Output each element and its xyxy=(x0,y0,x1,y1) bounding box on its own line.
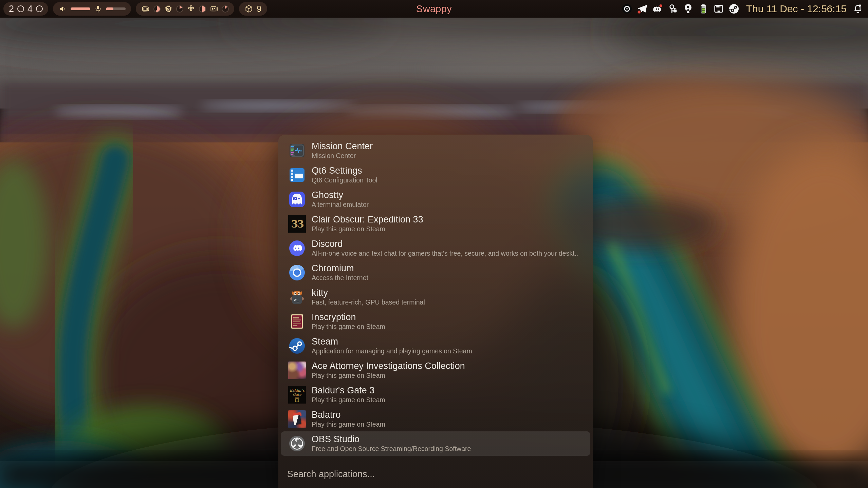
launcher-item-qt6-settings[interactable]: Qt6 Settings Qt6 Configuration Tool xyxy=(281,163,590,187)
discord-icon xyxy=(288,239,306,257)
cpu-usage-pie xyxy=(176,5,183,13)
app-launcher: Mission Center Mission Center Qt6 Settin… xyxy=(278,135,593,488)
gpu-icon xyxy=(187,4,196,13)
clock[interactable]: Thu 11 Dec - 12:56:15 xyxy=(746,3,847,15)
app-name: Chromium xyxy=(312,263,368,274)
discord-tray-icon[interactable] xyxy=(652,3,663,15)
vram-usage-pie xyxy=(222,5,229,13)
top-bar-right-cluster: Thu 11 Dec - 12:56:15 xyxy=(621,0,863,18)
clair-obscur-icon: 33 xyxy=(288,215,306,233)
qt6-settings-icon xyxy=(288,166,306,184)
launcher-item-ghostty[interactable]: Ghostty A terminal emulator xyxy=(281,187,590,212)
app-name: Mission Center xyxy=(312,141,373,152)
app-description: Play this game on Steam xyxy=(312,225,423,233)
keepassxc-tray-icon[interactable] xyxy=(667,3,679,15)
app-name: Balatro xyxy=(312,410,385,420)
launcher-item-kitty[interactable]: >_ kitty Fast, feature-rich, GPU based t… xyxy=(281,285,590,309)
launcher-spacer xyxy=(278,456,593,469)
app-description: Qt6 Configuration Tool xyxy=(312,176,377,184)
mission-center-icon xyxy=(288,142,306,159)
speaker-icon[interactable] xyxy=(58,4,67,13)
app-name: Clair Obscur: Expedition 33 xyxy=(312,214,423,225)
launcher-item-mission-center[interactable]: Mission Center Mission Center xyxy=(281,138,590,163)
system-stats-pill xyxy=(136,2,234,16)
app-name: kitty xyxy=(312,288,425,298)
svg-text:Gate: Gate xyxy=(293,392,301,396)
top-bar: 2 4 xyxy=(0,0,868,18)
ace-attorney-icon xyxy=(288,362,306,379)
cpu-icon xyxy=(164,4,173,13)
app-description: A terminal emulator xyxy=(312,200,369,209)
updates-pill[interactable]: 9 xyxy=(239,2,267,16)
launcher-item-baldurs-gate-3[interactable]: Baldur's Gate III Baldur's Gate 3 Play t… xyxy=(281,383,590,407)
svg-text:Baldur's: Baldur's xyxy=(290,388,305,392)
kitty-icon: >_ xyxy=(288,288,306,306)
workspace-circle-icon[interactable] xyxy=(36,5,43,12)
app-name: OBS Studio xyxy=(312,434,471,445)
top-bar-left-cluster: 2 4 xyxy=(0,2,267,16)
mic-slider-fill xyxy=(106,7,113,10)
launcher-item-steam[interactable]: Steam Application for managing and playi… xyxy=(281,334,590,358)
obs-studio-icon xyxy=(288,435,306,452)
app-name: Discord xyxy=(312,239,578,249)
audio-pill xyxy=(53,2,131,16)
app-description: Fast, feature-rich, GPU based terminal xyxy=(312,298,425,307)
app-description: Access the Internet xyxy=(312,274,368,282)
network-ethernet-icon[interactable] xyxy=(713,3,724,15)
app-name: Ace Attorney Investigations Collection xyxy=(312,361,465,371)
launcher-item-discord[interactable]: Discord All-in-one voice and text chat f… xyxy=(281,236,590,260)
workspace-number[interactable]: 2 xyxy=(9,4,14,14)
steelseries-tray-icon[interactable] xyxy=(621,3,633,15)
telegram-tray-icon[interactable] xyxy=(636,3,648,15)
focused-window-title: Swappy xyxy=(416,3,452,15)
keyring-tray-icon[interactable] xyxy=(682,3,694,15)
balatro-icon xyxy=(288,410,306,428)
ram-usage-pie xyxy=(153,5,161,13)
svg-text:>_: >_ xyxy=(294,297,299,302)
workspace-indicator: 2 4 xyxy=(3,2,48,16)
svg-text:III: III xyxy=(295,398,299,403)
launcher-item-chromium[interactable]: Chromium Access the Internet xyxy=(281,260,590,285)
steam-tray-icon[interactable] xyxy=(728,3,740,15)
baldurs-gate-3-icon: Baldur's Gate III xyxy=(288,386,306,404)
launcher-item-ace-attorney[interactable]: Ace Attorney Investigations Collection P… xyxy=(281,358,590,383)
vram-icon xyxy=(209,4,218,13)
mic-slider[interactable] xyxy=(106,7,126,10)
notifications-bell-icon[interactable] xyxy=(852,3,863,14)
microphone-icon[interactable] xyxy=(94,4,103,13)
app-description: Play this game on Steam xyxy=(312,396,385,404)
search-input[interactable] xyxy=(287,469,580,480)
app-name: Qt6 Settings xyxy=(312,165,377,176)
steam-icon xyxy=(288,337,306,355)
app-description: Free and Open Source Streaming/Recording… xyxy=(312,445,471,453)
app-description: Play this game on Steam xyxy=(312,371,465,380)
app-name: Ghostty xyxy=(312,190,369,200)
updates-count: 9 xyxy=(257,4,261,13)
package-icon xyxy=(244,4,253,13)
app-description: All-in-one voice and text chat for gamer… xyxy=(312,249,578,258)
chromium-icon xyxy=(288,264,306,281)
app-description: Play this game on Steam xyxy=(312,323,385,331)
ram-icon xyxy=(141,4,150,13)
launcher-item-obs-studio[interactable]: OBS Studio Free and Open Source Streamin… xyxy=(281,431,590,456)
launcher-item-clair-obscur[interactable]: 33 Clair Obscur: Expedition 33 Play this… xyxy=(281,212,590,236)
battery-icon[interactable] xyxy=(698,3,709,15)
app-description: Play this game on Steam xyxy=(312,420,385,429)
ghostty-icon xyxy=(288,191,306,208)
app-name: Steam xyxy=(312,336,472,347)
inscryption-icon xyxy=(288,313,306,330)
launcher-item-balatro[interactable]: Balatro Play this game on Steam xyxy=(281,407,590,431)
launcher-search xyxy=(278,469,593,488)
svg-text:33: 33 xyxy=(291,218,303,230)
app-name: Inscryption xyxy=(312,312,385,323)
app-description: Mission Center xyxy=(312,152,373,160)
volume-slider-fill xyxy=(71,7,90,10)
workspace-circle-icon[interactable] xyxy=(17,5,24,12)
volume-slider[interactable] xyxy=(71,7,90,10)
gpu-usage-pie xyxy=(199,5,206,13)
workspace-number[interactable]: 4 xyxy=(27,4,33,14)
app-name: Baldur's Gate 3 xyxy=(312,385,385,396)
app-description: Application for managing and playing gam… xyxy=(312,347,472,355)
launcher-item-inscryption[interactable]: Inscryption Play this game on Steam xyxy=(281,309,590,334)
